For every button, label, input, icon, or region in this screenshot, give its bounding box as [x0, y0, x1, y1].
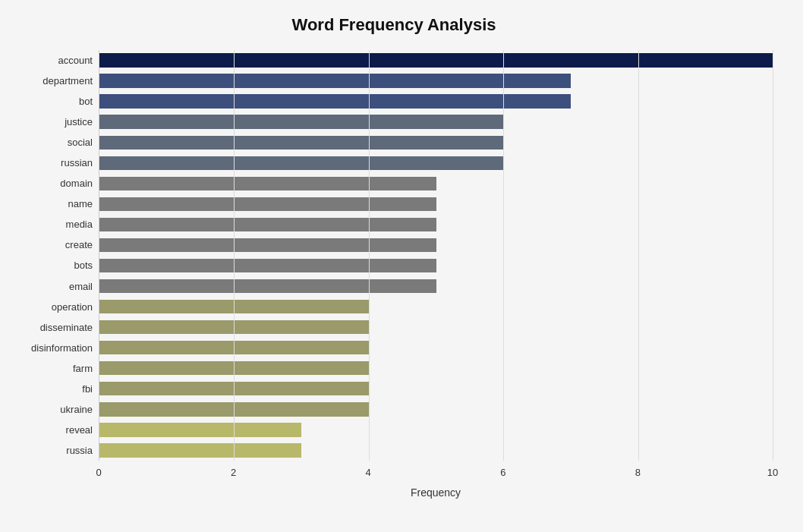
bar-row	[99, 440, 773, 461]
bar-row	[99, 194, 773, 214]
bar-row	[99, 71, 773, 91]
chart-area: accountdepartmentbotjusticesocialrussian…	[15, 50, 773, 461]
x-axis: 0246810	[99, 461, 773, 483]
bar-disinformation	[99, 341, 369, 354]
bar-row	[99, 50, 773, 71]
x-axis-label: Frequency	[99, 486, 773, 499]
bar-row	[99, 338, 773, 358]
y-label-justice: justice	[65, 117, 93, 127]
bar-account	[99, 53, 773, 67]
grid-line	[773, 50, 773, 461]
y-label-create: create	[65, 240, 93, 250]
bar-row	[99, 112, 773, 132]
y-label-disseminate: disseminate	[40, 323, 93, 332]
y-label-department: department	[43, 76, 93, 86]
bar-create	[99, 238, 436, 252]
bar-reveal	[99, 423, 301, 436]
y-label-domain: domain	[60, 178, 93, 188]
y-label-ukraine: ukraine	[60, 405, 93, 414]
bar-row	[99, 420, 773, 440]
x-tick: 10	[767, 467, 778, 478]
bar-row	[99, 214, 773, 235]
bar-name	[99, 197, 436, 211]
bar-social	[99, 136, 503, 150]
bar-row	[99, 173, 773, 194]
y-label-account: account	[58, 55, 93, 65]
x-tick: 2	[231, 467, 236, 478]
x-tick: 0	[96, 467, 101, 478]
y-label-fbi: fbi	[82, 384, 93, 394]
bar-email	[99, 279, 436, 293]
bar-fbi	[99, 382, 369, 395]
bar-row	[99, 235, 773, 255]
y-axis: accountdepartmentbotjusticesocialrussian…	[15, 50, 99, 461]
chart-container: Word Frequency Analysis accountdepartmen…	[0, 0, 803, 532]
chart-title: Word Frequency Analysis	[15, 15, 773, 35]
y-label-social: social	[68, 137, 93, 147]
bar-row	[99, 255, 773, 275]
bar-russian	[99, 156, 503, 170]
y-label-bots: bots	[74, 260, 93, 270]
bar-media	[99, 218, 436, 231]
bars-wrapper	[99, 50, 773, 461]
bar-row	[99, 276, 773, 297]
bar-bots	[99, 259, 436, 272]
y-label-bot: bot	[79, 96, 93, 106]
bar-farm	[99, 361, 369, 375]
y-label-russian: russian	[61, 158, 93, 168]
bar-row	[99, 153, 773, 173]
x-tick: 4	[366, 467, 371, 478]
x-tick: 8	[635, 467, 641, 478]
bar-row	[99, 297, 773, 317]
bar-bot	[99, 94, 571, 108]
y-label-name: name	[68, 199, 93, 209]
y-label-email: email	[69, 282, 93, 291]
bar-russia	[99, 443, 301, 457]
y-label-farm: farm	[73, 364, 93, 373]
bar-department	[99, 74, 571, 87]
y-label-operation: operation	[52, 302, 93, 312]
bar-domain	[99, 177, 436, 190]
y-label-reveal: reveal	[66, 425, 93, 435]
bar-disseminate	[99, 320, 369, 334]
bar-row	[99, 358, 773, 379]
bar-row	[99, 91, 773, 112]
y-label-disinformation: disinformation	[31, 343, 93, 353]
x-tick: 6	[500, 467, 505, 478]
y-label-russia: russia	[66, 445, 93, 455]
bar-row	[99, 379, 773, 399]
bar-row	[99, 399, 773, 420]
bar-justice	[99, 115, 503, 128]
y-label-media: media	[66, 219, 93, 229]
bar-row	[99, 132, 773, 153]
bar-ukraine	[99, 402, 369, 416]
bar-row	[99, 317, 773, 338]
bar-operation	[99, 300, 369, 313]
